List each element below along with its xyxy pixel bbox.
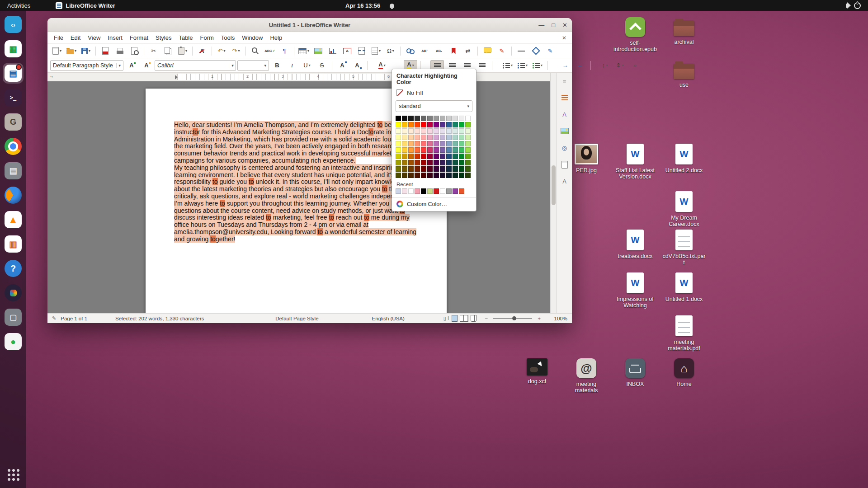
palette-swatch[interactable]: [465, 116, 471, 121]
spelling-check-button[interactable]: ABC✓: [263, 46, 277, 56]
palette-swatch[interactable]: [402, 160, 407, 165]
palette-swatch[interactable]: [459, 160, 464, 165]
desktop-icon-meeting-materials[interactable]: @meeting materials: [565, 358, 608, 394]
palette-swatch[interactable]: [465, 141, 471, 146]
style-inspector-deck-button[interactable]: A: [559, 176, 570, 187]
palette-swatch[interactable]: [434, 154, 439, 159]
save-dropdown-arrow[interactable]: ▾: [89, 49, 90, 53]
palette-swatch[interactable]: [415, 135, 420, 140]
palette-swatch[interactable]: [434, 135, 439, 140]
desktop-icon-meeting-materials-pdf[interactable]: meeting materials.pdf: [662, 315, 706, 352]
paragraph-spacing-button[interactable]: ⇕▾: [613, 60, 627, 71]
page-style-status[interactable]: Default Page Style: [275, 316, 318, 321]
dock-item-libreoffice-impress[interactable]: ▥: [3, 234, 24, 254]
redo-dropdown-arrow[interactable]: ▾: [238, 49, 240, 53]
dock-item-firefox[interactable]: [3, 185, 24, 206]
clear-formatting-button[interactable]: A: [195, 46, 209, 56]
styles-deck-button[interactable]: A: [559, 109, 570, 120]
recent-color-swatch[interactable]: [408, 188, 414, 194]
palette-swatch[interactable]: [427, 128, 433, 134]
desktop-icon-self-introduction-epub[interactable]: self-introduction.epub: [613, 17, 657, 52]
minimize-button[interactable]: —: [538, 22, 544, 28]
palette-swatch[interactable]: [440, 128, 445, 134]
zoom-in-button[interactable]: +: [538, 316, 541, 321]
palette-swatch[interactable]: [421, 135, 426, 140]
palette-swatch[interactable]: [446, 147, 452, 153]
page-number-status[interactable]: Page 1 of 1: [61, 316, 87, 321]
underline-button[interactable]: U▾: [300, 60, 314, 71]
palette-swatch[interactable]: [453, 154, 458, 159]
maximize-button[interactable]: □: [552, 22, 555, 28]
palette-swatch[interactable]: [415, 128, 420, 134]
chevron-down-icon[interactable]: ▾: [262, 63, 266, 68]
clock[interactable]: Apr 16 13:56: [345, 2, 380, 9]
palette-swatch[interactable]: [446, 141, 452, 146]
zoom-out-button[interactable]: −: [485, 316, 488, 321]
palette-swatch[interactable]: [465, 154, 471, 159]
palette-swatch[interactable]: [396, 147, 401, 153]
word-count-status[interactable]: Selected: 202 words, 1,330 characters: [115, 316, 204, 321]
palette-swatch[interactable]: [440, 116, 445, 121]
palette-swatch[interactable]: [446, 173, 452, 178]
palette-swatch[interactable]: [453, 173, 458, 178]
palette-swatch[interactable]: [415, 166, 420, 172]
palette-swatch[interactable]: [446, 154, 452, 159]
redo-button[interactable]: ↷▾: [229, 46, 243, 56]
insert-hyperlink-button[interactable]: [403, 46, 417, 56]
palette-swatch[interactable]: [440, 173, 445, 178]
insert-special-character-dropdown-arrow[interactable]: ▾: [392, 49, 394, 53]
palette-swatch[interactable]: [459, 116, 464, 121]
insert-page-break-button[interactable]: [355, 46, 368, 56]
insert-endnote-button[interactable]: AB₁: [432, 46, 446, 56]
book-view-button[interactable]: [471, 315, 476, 322]
paste-dropdown-arrow[interactable]: ▾: [185, 49, 187, 53]
palette-swatch[interactable]: [440, 122, 445, 127]
palette-swatch[interactable]: [465, 122, 471, 127]
palette-swatch[interactable]: [408, 154, 414, 159]
toolbar-overflow-button[interactable]: »: [628, 60, 642, 71]
dock-item-app-store[interactable]: ●: [3, 331, 24, 352]
palette-swatch[interactable]: [440, 166, 445, 172]
tab-stop-selector[interactable]: ¬: [50, 73, 52, 79]
palette-swatch[interactable]: [465, 135, 471, 140]
dock-item-software-center[interactable]: [3, 282, 24, 303]
print-button[interactable]: [113, 46, 127, 56]
palette-swatch[interactable]: [427, 135, 433, 140]
palette-swatch[interactable]: [446, 160, 452, 165]
open-file-button[interactable]: ▾: [65, 46, 78, 56]
no-fill-button[interactable]: No Fill: [392, 88, 476, 98]
palette-swatch[interactable]: [453, 141, 458, 146]
recent-color-swatch[interactable]: [427, 188, 433, 194]
palette-swatch[interactable]: [396, 116, 401, 121]
palette-swatch[interactable]: [446, 122, 452, 127]
dock-item-vlc[interactable]: ▲: [3, 209, 24, 230]
menu-tools[interactable]: Tools: [217, 33, 238, 42]
palette-swatch[interactable]: [402, 128, 407, 134]
update-style-button[interactable]: A: [125, 60, 138, 71]
recent-color-swatch[interactable]: [446, 188, 452, 194]
scrollbar-thumb[interactable]: [552, 165, 556, 205]
unordered-list-dropdown-arrow[interactable]: ▾: [511, 63, 513, 67]
insert-mode-indicator[interactable]: ▯ I: [443, 315, 449, 321]
new-document-button[interactable]: ▾: [50, 46, 64, 56]
desktop-icon-use[interactable]: use: [662, 60, 706, 88]
recent-color-swatch[interactable]: [434, 188, 439, 194]
menu-file[interactable]: File: [50, 33, 67, 42]
undo-dropdown-arrow[interactable]: ▾: [223, 49, 225, 53]
palette-swatch[interactable]: [421, 141, 426, 146]
menu-window[interactable]: Window: [238, 33, 266, 42]
find-replace-button[interactable]: [249, 46, 262, 56]
italic-button[interactable]: I: [285, 60, 299, 71]
page-deck-button[interactable]: [559, 159, 570, 170]
palette-swatch[interactable]: [396, 166, 401, 172]
open-file-dropdown-arrow[interactable]: ▾: [75, 49, 76, 53]
palette-swatch[interactable]: [415, 116, 420, 121]
insert-field-button[interactable]: ▾: [369, 46, 383, 56]
palette-swatch[interactable]: [459, 173, 464, 178]
palette-swatch[interactable]: [465, 166, 471, 172]
palette-swatch[interactable]: [440, 154, 445, 159]
palette-swatch[interactable]: [421, 116, 426, 121]
palette-swatch[interactable]: [434, 122, 439, 127]
desktop-icon-my-dream-career-docx[interactable]: WMy Dream Career.docx: [662, 191, 706, 227]
palette-swatch[interactable]: [446, 128, 452, 134]
